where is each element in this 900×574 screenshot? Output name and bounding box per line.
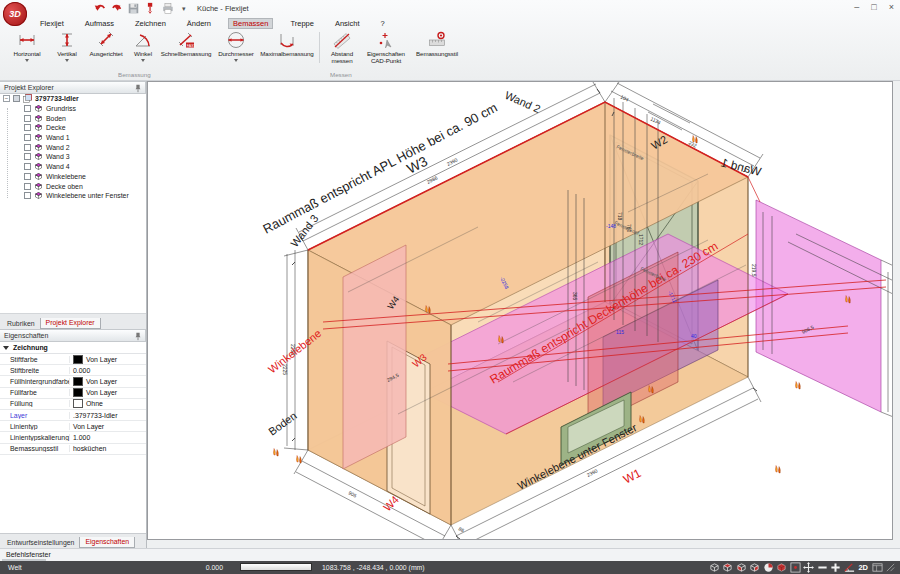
tree-item-checkbox[interactable] <box>24 134 31 141</box>
collapse-icon[interactable] <box>3 346 9 350</box>
property-value[interactable]: hosküchen <box>70 445 106 452</box>
window-icon[interactable] <box>872 562 883 573</box>
minus-icon[interactable] <box>817 562 828 573</box>
ribbon-button-dim-h[interactable]: Horizontal <box>4 30 50 63</box>
ribbon-button-measure[interactable]: Abstandmessen <box>323 30 361 65</box>
pin-icon[interactable] <box>134 332 142 341</box>
ribbon-button-dim-v[interactable]: Vertikal <box>50 30 84 63</box>
cube-right-icon[interactable] <box>749 562 760 573</box>
property-row[interactable]: Stiftbreite0.000 <box>0 365 146 376</box>
menu-tab-treppe[interactable]: Treppe <box>286 18 318 29</box>
cube-front-icon[interactable] <box>736 562 747 573</box>
property-row[interactable]: FüllfarbeVon Layer <box>0 388 146 399</box>
tree-item-checkbox[interactable] <box>24 183 31 190</box>
tree-item[interactable]: Winkelebene unter Fenster <box>0 191 146 201</box>
menu-tab-flexijet[interactable]: Flexijet <box>36 18 68 29</box>
maximize-button[interactable]: □ <box>871 2 876 12</box>
ribbon-button-dim-a[interactable]: Ausgerichtet <box>84 30 128 58</box>
undo-icon[interactable] <box>93 2 106 15</box>
tree-item-checkbox[interactable] <box>24 163 31 170</box>
menu-bar: FlexijetAufmassZeichnenÄndernBemassenTre… <box>36 17 402 29</box>
print-icon[interactable] <box>161 2 174 15</box>
tree-item-checkbox[interactable] <box>24 115 31 122</box>
tree-item-checkbox[interactable] <box>24 153 31 160</box>
ribbon-buttons: HorizontalVertikalAusgerichtetWinkelFAST… <box>4 30 463 65</box>
property-value[interactable]: Ohne <box>70 399 103 408</box>
tree-expander-icon[interactable]: − <box>3 95 10 102</box>
cube-solid-icon[interactable] <box>776 562 787 573</box>
ribbon-button-dimstyle[interactable]: Bemassungsstil <box>411 30 463 58</box>
qat-caret-icon[interactable]: ▾ <box>182 5 186 13</box>
point-box-icon[interactable] <box>790 562 801 573</box>
tree-item-checkbox[interactable] <box>24 124 31 131</box>
tree-item[interactable]: Grundriss <box>0 104 146 114</box>
menu-tab-aufmass[interactable]: Aufmass <box>81 18 118 29</box>
dropdown-caret-icon[interactable] <box>25 59 29 62</box>
tree-item[interactable]: Decke <box>0 123 146 133</box>
tree-item[interactable]: Wand 1 <box>0 133 146 143</box>
plus-icon[interactable] <box>830 562 841 573</box>
property-row[interactable]: Linientypskalierung1.000 <box>0 432 146 443</box>
tree-root[interactable]: −3797733-Idler <box>0 94 146 104</box>
tab-eigenschaften[interactable]: Eigenschaften <box>79 537 135 548</box>
menu-tab-ändern[interactable]: Ändern <box>183 18 215 29</box>
tab-entwurfseinstellungen[interactable]: Entwurfseinstellungen <box>2 538 79 548</box>
cad-drawing[interactable]: 2986239010411342327187601712225822259052… <box>148 82 892 539</box>
tree-item[interactable]: Wand 2 <box>0 142 146 152</box>
dropdown-caret-icon[interactable] <box>65 59 69 62</box>
move-icon[interactable] <box>803 562 814 573</box>
tab-rubriken[interactable]: Rubriken <box>2 319 40 329</box>
dropdown-caret-icon[interactable] <box>234 59 238 62</box>
property-value[interactable]: 0.000 <box>70 367 90 374</box>
tab-projekt-explorer[interactable]: Projekt Explorer <box>40 318 101 329</box>
tree-item-checkbox[interactable] <box>24 105 31 112</box>
property-value[interactable]: Von Layer <box>70 423 104 430</box>
dropdown-caret-icon[interactable] <box>141 59 145 62</box>
grip-icon[interactable] <box>885 562 896 573</box>
property-value[interactable]: 1.000 <box>70 434 90 441</box>
ribbon-button-dim-m[interactable]: Maximalbemassung <box>258 30 316 58</box>
tree-root-checkbox[interactable] <box>13 95 20 102</box>
pin-icon[interactable] <box>134 84 142 93</box>
mode-2d-button[interactable]: 2D <box>857 563 869 572</box>
tree-item[interactable]: Decke oben <box>0 181 146 191</box>
property-value[interactable]: Von Layer <box>70 355 117 364</box>
property-value[interactable]: Von Layer <box>70 388 117 397</box>
tree-item-checkbox[interactable] <box>24 192 31 199</box>
dim-d-icon <box>226 31 246 49</box>
menu-tab-zeichnen[interactable]: Zeichnen <box>131 18 170 29</box>
left-panel-tabs: Rubriken Projekt Explorer <box>0 313 146 329</box>
ribbon-button-cadpoint[interactable]: EigenschaftenCAD-Punkt <box>361 30 411 65</box>
cube-wire-icon[interactable] <box>709 562 720 573</box>
plumb-icon[interactable] <box>144 2 157 15</box>
property-value[interactable]: Von Layer <box>70 377 117 386</box>
tree-item[interactable]: Wand 4 <box>0 162 146 172</box>
tree-item[interactable]: Wand 3 <box>0 152 146 162</box>
property-row[interactable]: LinientypVon Layer <box>0 421 146 432</box>
tree-item-checkbox[interactable] <box>24 144 31 151</box>
redo-icon[interactable] <box>110 2 123 15</box>
ribbon-button-dim-s[interactable]: FASTSchnellbemassung <box>158 30 214 58</box>
tree-item[interactable]: Boden <box>0 113 146 123</box>
menu-tab-ansicht[interactable]: Ansicht <box>331 18 364 29</box>
ribbon-button-dim-w[interactable]: Winkel <box>128 30 158 63</box>
angle-icon[interactable] <box>844 562 855 573</box>
tree-item-checkbox[interactable] <box>24 173 31 180</box>
minimize-button[interactable]: – <box>854 2 859 12</box>
property-row[interactable]: StiftfarbeVon Layer <box>0 354 146 365</box>
property-row[interactable]: FüllhintergrundfarbeVon Layer <box>0 376 146 387</box>
property-value[interactable]: .3797733-Idler <box>70 412 117 419</box>
save-icon[interactable] <box>127 2 140 15</box>
property-row[interactable]: Layer.3797733-Idler <box>0 410 146 421</box>
cube-top-icon[interactable] <box>722 562 733 573</box>
close-button[interactable]: × <box>889 2 894 12</box>
section-zeichnung[interactable]: Zeichnung <box>0 342 146 354</box>
menu-tab-?[interactable]: ? <box>377 18 389 29</box>
property-row[interactable]: Bemassungsstilhosküchen <box>0 444 146 455</box>
command-window-bar[interactable]: Befehlsfenster <box>0 548 900 561</box>
sphere-icon[interactable] <box>763 562 774 573</box>
tree-item[interactable]: Winkelebene <box>0 172 146 182</box>
ribbon-button-dim-d[interactable]: Durchmesser <box>214 30 258 63</box>
menu-tab-bemassen[interactable]: Bemassen <box>228 18 273 29</box>
property-row[interactable]: FüllungOhne <box>0 399 146 410</box>
